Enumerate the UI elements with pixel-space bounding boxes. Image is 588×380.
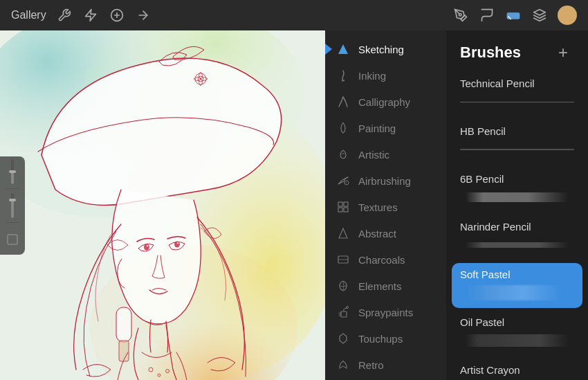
stroke-visual <box>460 334 574 347</box>
gallery-button[interactable]: Gallery <box>11 9 46 21</box>
brush-preview-hb-pencil <box>460 140 574 159</box>
eraser-icon[interactable] <box>505 7 522 24</box>
brush-item-oil-pastel[interactable]: Oil Pastel <box>452 311 582 356</box>
svg-rect-14 <box>116 307 131 342</box>
brush-item-artist-crayon[interactable]: Artist Crayon <box>452 359 582 380</box>
category-elements[interactable]: Elements <box>325 273 446 299</box>
sketching-icon <box>336 42 350 56</box>
svg-rect-37 <box>341 311 347 317</box>
brush-name-soft-pastel: Soft Pastel <box>460 269 574 280</box>
category-textures[interactable]: Textures <box>325 194 446 220</box>
brush-name-narinder-pencil: Narinder Pencil <box>460 221 574 233</box>
svg-marker-28 <box>338 44 348 54</box>
stroke-visual <box>460 102 574 102</box>
brush-list-scroll[interactable]: Technical Pencil HB Pencil 6B Pencil <box>446 72 588 380</box>
category-painting[interactable]: Painting <box>325 115 446 141</box>
category-label-spraypaints: Spraypaints <box>358 307 413 318</box>
brush-item-soft-pastel[interactable]: Soft Pastel <box>452 263 582 308</box>
category-label-artistic: Artistic <box>358 149 389 161</box>
size-slider[interactable] <box>3 196 22 215</box>
artwork <box>0 30 325 380</box>
topbar-right <box>452 6 577 25</box>
svg-rect-22 <box>11 172 14 184</box>
abstract-icon <box>336 226 350 240</box>
brush-item-narinder-pencil[interactable]: Narinder Pencil <box>452 215 582 260</box>
svg-rect-30 <box>338 202 342 206</box>
stroke-visual <box>460 285 574 300</box>
svg-rect-23 <box>9 170 16 173</box>
svg-point-2 <box>459 14 461 16</box>
svg-point-11 <box>147 245 149 247</box>
brush-item-technical-pencil[interactable]: Technical Pencil <box>452 72 582 117</box>
category-artistic[interactable]: Artistic <box>325 141 446 168</box>
topbar: Gallery <box>0 0 588 30</box>
category-spraypaints[interactable]: Spraypaints <box>325 299 446 325</box>
airbrushing-icon <box>336 174 350 188</box>
wrench-icon[interactable] <box>56 7 73 24</box>
category-touchups[interactable]: Touchups <box>325 325 446 352</box>
svg-marker-4 <box>534 10 546 15</box>
svg-rect-33 <box>344 208 348 212</box>
category-label-touchups: Touchups <box>358 333 403 345</box>
category-calligraphy[interactable]: Calligraphy <box>325 89 446 115</box>
artistic-icon <box>336 147 350 161</box>
brush-list-panel: Brushes + Technical Pencil HB Pencil 6B … <box>446 30 588 380</box>
retro-icon <box>336 358 350 372</box>
brush-item-6b-pencil[interactable]: 6B Pencil <box>452 168 582 212</box>
category-airbrushing[interactable]: Airbrushing <box>325 168 446 194</box>
category-abstract[interactable]: Abstract <box>325 220 446 246</box>
brush-preview-narinder-pencil <box>460 235 574 255</box>
layers-icon[interactable] <box>531 7 548 24</box>
svg-marker-0 <box>85 10 95 21</box>
touchups-icon <box>336 332 350 345</box>
brush-name-oil-pastel: Oil Pastel <box>460 316 574 328</box>
brush-name-artist-crayon: Artist Crayon <box>460 364 574 376</box>
opacity-slider[interactable] <box>3 162 22 181</box>
category-label-painting: Painting <box>358 123 396 134</box>
add-brush-button[interactable]: + <box>552 42 574 64</box>
category-sketching[interactable]: Sketching <box>325 36 446 62</box>
stroke-visual <box>460 149 574 150</box>
arrow-icon[interactable] <box>135 7 151 24</box>
svg-point-38 <box>347 307 349 309</box>
spraypaints-icon <box>336 305 350 319</box>
tool-divider <box>6 188 19 189</box>
svg-point-39 <box>342 361 344 362</box>
svg-point-10 <box>144 244 149 251</box>
category-inking[interactable]: Inking <box>325 62 446 89</box>
inking-icon <box>336 69 350 82</box>
lightning-icon[interactable] <box>82 7 99 24</box>
tool-divider-2 <box>6 222 19 223</box>
svg-rect-15 <box>119 341 129 361</box>
pen-tool-icon[interactable] <box>452 7 469 24</box>
stroke-visual <box>460 192 574 202</box>
svg-rect-31 <box>344 202 348 206</box>
category-charcoals[interactable]: Charcoals <box>325 246 446 273</box>
topbar-left: Gallery <box>11 7 441 24</box>
avatar[interactable] <box>558 6 577 25</box>
category-label-inking: Inking <box>358 70 386 82</box>
svg-rect-32 <box>338 208 342 212</box>
canvas-size-button[interactable] <box>3 230 22 249</box>
stylus-icon[interactable] <box>109 7 125 24</box>
main-content: Sketching Inking Calligraphy <box>0 30 588 380</box>
brush-name-hb-pencil: HB Pencil <box>460 125 574 137</box>
category-label-sketching: Sketching <box>358 44 404 55</box>
brush-name-technical-pencil: Technical Pencil <box>460 78 574 89</box>
canvas-area[interactable] <box>0 30 325 380</box>
painting-icon <box>336 121 350 135</box>
category-label-elements: Elements <box>358 280 402 292</box>
category-label-calligraphy: Calligraphy <box>358 96 410 108</box>
brush-item-hb-pencil[interactable]: HB Pencil <box>452 120 582 165</box>
category-retro[interactable]: Retro <box>325 352 446 378</box>
elements-icon <box>336 279 350 293</box>
brush-tool-icon[interactable] <box>479 7 495 24</box>
stroke-visual <box>460 242 574 248</box>
brush-preview-oil-pastel <box>460 331 574 350</box>
brush-list-header: Brushes + <box>446 30 588 72</box>
brush-categories-panel: Sketching Inking Calligraphy <box>325 30 446 380</box>
svg-rect-27 <box>8 235 17 244</box>
brush-preview-technical-pencil <box>460 92 574 111</box>
category-label-retro: Retro <box>358 359 384 371</box>
category-label-charcoals: Charcoals <box>358 254 405 266</box>
